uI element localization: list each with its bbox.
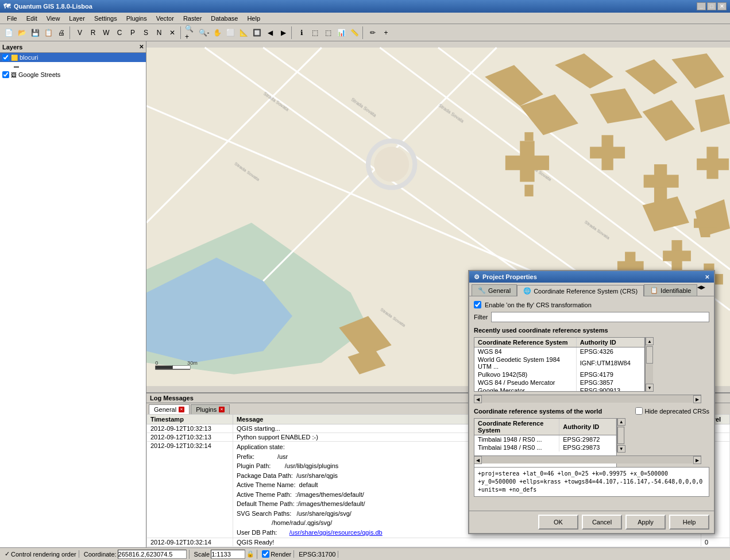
- h-scroll-right-btn[interactable]: ▶: [693, 395, 701, 403]
- ok-button[interactable]: OK: [538, 515, 578, 530]
- world-name-0: Timbalai 1948 / RS0 ...: [474, 435, 559, 444]
- recently-used-table: Coordinate Reference System Authority ID…: [474, 338, 644, 392]
- recent-row-0[interactable]: WGS 84 EPSG:4326: [474, 347, 644, 356]
- dialog-tab-crs-icon: 🌐: [523, 287, 531, 295]
- dialog-body: Enable 'on the fly' CRS transformation F…: [469, 296, 714, 511]
- enable-otf-label: Enable 'on the fly' CRS transformation: [485, 302, 592, 308]
- dialog-tab-id-icon: 📋: [650, 287, 658, 294]
- world-h-scroll-track[interactable]: [482, 456, 693, 464]
- world-auth-0: EPSG:29872: [559, 435, 616, 444]
- recent-name-2: Pulkovo 1942(58): [474, 370, 576, 379]
- world-scroll-down[interactable]: ▼: [617, 445, 625, 453]
- world-crs-table-container[interactable]: Coordinate Reference System Authority ID…: [474, 418, 617, 473]
- scroll-down-btn[interactable]: ▼: [646, 384, 654, 392]
- world-row-1[interactable]: Timbalai 1948 / RS0 ... EPSG:29873: [474, 443, 616, 451]
- dialog-tab-id-label: Identifiable: [661, 287, 691, 294]
- world-name-1: Timbalai 1948 / RS0 ...: [474, 443, 559, 451]
- recent-row-1[interactable]: World Geodetic System 1984 UTM ... IGNF:…: [474, 356, 644, 370]
- recent-row-2[interactable]: Pulkovo 1942(58) EPSG:4179: [474, 370, 644, 379]
- recent-col-name: Coordinate Reference System: [474, 338, 576, 347]
- filter-label: Filter: [474, 314, 488, 320]
- recent-auth-2: EPSG:4179: [576, 370, 644, 379]
- dialog-tab-identifiable[interactable]: 📋 Identifiable: [644, 284, 697, 296]
- world-col-name: Coordinate Reference System: [474, 419, 559, 435]
- hide-deprecated-checkbox[interactable]: [635, 407, 643, 415]
- world-crs-h-scrollbar[interactable]: ◀ ▶: [474, 455, 701, 464]
- scroll-thumb[interactable]: [646, 346, 653, 364]
- recently-used-h-scrollbar[interactable]: ◀ ▶: [474, 395, 701, 403]
- filter-input[interactable]: [491, 312, 709, 322]
- recent-row-4[interactable]: Google Mercator EPSG:900913: [474, 387, 644, 392]
- enable-otf-row: Enable 'on the fly' CRS transformation: [474, 301, 709, 308]
- dialog-title-bar: ⚙ Project Properties ✕: [469, 271, 714, 283]
- recent-auth-4: EPSG:900913: [576, 387, 644, 392]
- world-scroll-thumb[interactable]: [617, 427, 624, 444]
- dialog-buttons: OK Cancel Apply Help: [469, 511, 714, 533]
- dialog-title-text: Project Properties: [482, 273, 537, 280]
- recent-name-0: WGS 84: [474, 347, 576, 356]
- world-scroll-track[interactable]: [617, 426, 625, 445]
- world-corner-square: [701, 455, 709, 464]
- dialog-overlay: ⚙ Project Properties ✕ 🔧 General 🌐 Coord…: [0, 0, 730, 560]
- recent-auth-3: EPSG:3857: [576, 379, 644, 387]
- world-row-0[interactable]: Timbalai 1948 / RS0 ... EPSG:29872: [474, 435, 616, 444]
- dialog-tab-crs-label: Coordinate Reference System (CRS): [534, 288, 638, 295]
- dialog-tab-scroll-left[interactable]: ◀: [697, 284, 701, 296]
- world-h-scroll-left[interactable]: ◀: [474, 456, 482, 464]
- corner-square: [701, 395, 709, 403]
- world-h-scroll-right[interactable]: ▶: [693, 456, 701, 464]
- help-button[interactable]: Help: [669, 515, 709, 530]
- recent-row-3[interactable]: WGS 84 / Pseudo Mercator EPSG:3857: [474, 379, 644, 387]
- recent-auth-0: EPSG:4326: [576, 347, 644, 356]
- world-crs-title: Coordinate reference systems of the worl…: [474, 408, 602, 415]
- world-col-auth: Authority ID: [559, 419, 616, 435]
- recent-name-4: Google Mercator: [474, 387, 576, 392]
- dialog-tab-general[interactable]: 🔧 General: [472, 284, 517, 296]
- world-crs-header: Coordinate reference systems of the worl…: [474, 407, 709, 415]
- cancel-button[interactable]: Cancel: [582, 515, 622, 530]
- h-scroll-row-world: ◀ ▶: [474, 455, 709, 464]
- dialog-close-btn[interactable]: ✕: [705, 274, 709, 280]
- recently-used-scrollbar[interactable]: ▲ ▼: [645, 337, 653, 392]
- recent-auth-1: IGNF:UTM18W84: [576, 356, 644, 370]
- dialog-tab-scroll-right[interactable]: ▶: [701, 284, 705, 296]
- world-scroll-up[interactable]: ▲: [617, 418, 625, 426]
- filter-row: Filter: [474, 312, 709, 322]
- dialog-title-icon: ⚙: [474, 273, 480, 281]
- scroll-track[interactable]: [646, 345, 653, 384]
- enable-otf-checkbox[interactable]: [474, 301, 481, 308]
- scroll-up-btn[interactable]: ▲: [646, 337, 654, 345]
- proj-string: +proj=sterea +lat_0=46 +lon_0=25 +k=0.99…: [474, 467, 709, 497]
- recent-name-3: WGS 84 / Pseudo Mercator: [474, 379, 576, 387]
- dialog-tab-general-label: General: [488, 287, 511, 294]
- hide-deprecated-label: Hide deprecated CRSs: [635, 407, 709, 415]
- world-auth-1: EPSG:29873: [559, 443, 616, 451]
- world-crs-container: Coordinate Reference System Authority ID…: [474, 418, 709, 453]
- world-crs-table: Coordinate Reference System Authority ID…: [474, 419, 616, 451]
- world-crs-scrollbar[interactable]: ▲ ▼: [617, 418, 625, 453]
- apply-button[interactable]: Apply: [625, 515, 666, 530]
- dialog-tabs: 🔧 General 🌐 Coordinate Reference System …: [469, 283, 714, 296]
- dialog-tab-crs[interactable]: 🌐 Coordinate Reference System (CRS): [517, 285, 644, 296]
- h-scroll-track[interactable]: [482, 395, 693, 403]
- recent-name-1: World Geodetic System 1984 UTM ...: [474, 356, 576, 370]
- dialog-tab-general-icon: 🔧: [478, 287, 486, 294]
- recently-used-table-container[interactable]: Coordinate Reference System Authority ID…: [474, 337, 645, 392]
- recently-used-title: Recently used coordinate reference syste…: [474, 327, 709, 334]
- h-scroll-row-recent: ◀ ▶: [474, 395, 709, 403]
- recent-col-auth: Authority ID: [576, 338, 644, 347]
- h-scroll-left-btn[interactable]: ◀: [474, 395, 482, 403]
- recently-used-container: Coordinate Reference System Authority ID…: [474, 337, 709, 392]
- project-properties-dialog: ⚙ Project Properties ✕ 🔧 General 🌐 Coord…: [468, 270, 715, 534]
